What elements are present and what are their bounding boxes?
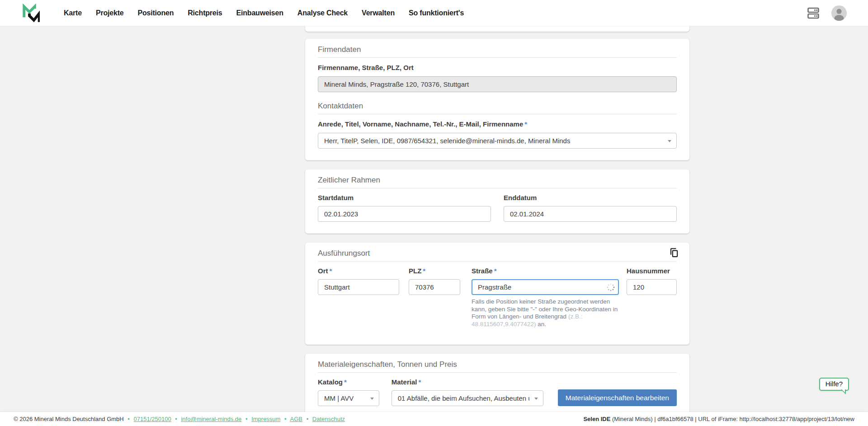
footer-link-email[interactable]: info@mineral-minds.de bbox=[181, 416, 241, 422]
section-title-kontaktdaten: Kontaktdaten bbox=[318, 92, 677, 111]
chevron-down-icon bbox=[668, 140, 671, 142]
company-summary-label: Firmenname, Straße, PLZ, Ort bbox=[318, 64, 677, 72]
copyright-text: © 2026 Mineral Minds Deutschland GmbH bbox=[14, 416, 124, 422]
nav-item-so-funktionierts[interactable]: So funktioniert's bbox=[409, 9, 464, 17]
nav-item-analyse-check[interactable]: Analyse Check bbox=[297, 9, 348, 17]
card-ausfuehrungsort: Ausführungsort Ort* PLZ* Straße* bbox=[305, 243, 689, 345]
plz-field-group: PLZ* bbox=[409, 267, 460, 295]
nav-item-karte[interactable]: Karte bbox=[64, 9, 82, 17]
footer-status-text: Selen IDE (Mineral Minds) | df6a1bf66578… bbox=[583, 416, 854, 422]
required-asterisk: * bbox=[344, 378, 347, 386]
plz-label: PLZ* bbox=[409, 267, 460, 275]
card-partial-above bbox=[305, 26, 689, 32]
footer-app-name: Selen IDE bbox=[583, 416, 610, 422]
footer-link-phone[interactable]: 07151/250100 bbox=[134, 416, 171, 422]
footer-separator: • bbox=[127, 416, 130, 422]
topbar-right bbox=[807, 5, 847, 21]
dns-icon bbox=[807, 6, 820, 20]
divider bbox=[318, 372, 677, 373]
copy-location-button[interactable] bbox=[668, 247, 679, 260]
footer-link-agb[interactable]: AGB bbox=[290, 416, 302, 422]
startdatum-label: Startdatum bbox=[318, 194, 491, 202]
ort-field-group: Ort* bbox=[318, 267, 399, 295]
divider bbox=[318, 57, 677, 58]
nav-item-projekte[interactable]: Projekte bbox=[96, 9, 124, 17]
main-nav: Karte Projekte Positionen Richtpreis Ein… bbox=[64, 9, 464, 17]
enddatum-input[interactable] bbox=[504, 206, 677, 222]
card-zeitlicher-rahmen: Zeitlicher Rahmen Startdatum Enddatum bbox=[305, 169, 689, 234]
strasse-field-group: Straße* Falls die Position keiner Straße… bbox=[472, 267, 619, 328]
section-title-materialeigenschaften: Materialeigenschaften, Tonnen und Preis bbox=[318, 354, 677, 370]
footer-left: © 2026 Mineral Minds Deutschland GmbH • … bbox=[14, 416, 345, 422]
divider bbox=[318, 188, 677, 188]
material-field-group: Material* 01 Abfälle, die beim Aufsuchen… bbox=[392, 378, 543, 406]
footer-separator: • bbox=[245, 416, 248, 422]
card-firmendaten: Firmendaten Firmenname, Straße, PLZ, Ort… bbox=[305, 39, 689, 160]
hausnummer-field-group: Hausnummer bbox=[627, 267, 677, 295]
strasse-hint-text: Falls die Position keiner Straße zugeord… bbox=[472, 298, 619, 328]
server-dns-button[interactable] bbox=[807, 6, 820, 20]
copy-icon bbox=[668, 247, 679, 259]
user-avatar-button[interactable] bbox=[831, 5, 847, 21]
material-select[interactable]: 01 Abfälle, die beim Aufsuchen, Ausbeute… bbox=[392, 390, 543, 406]
footer-link-datenschutz[interactable]: Datenschutz bbox=[312, 416, 345, 422]
nav-item-richtpreis[interactable]: Richtpreis bbox=[188, 9, 222, 17]
katalog-label: Katalog* bbox=[318, 378, 379, 386]
loading-spinner-icon bbox=[607, 283, 615, 291]
material-label: Material* bbox=[392, 378, 543, 386]
required-asterisk: * bbox=[423, 267, 425, 275]
required-asterisk: * bbox=[524, 120, 527, 128]
enddatum-field-group: Enddatum bbox=[504, 194, 677, 222]
section-title-firmendaten: Firmendaten bbox=[318, 39, 677, 55]
chevron-down-icon bbox=[370, 398, 374, 400]
strasse-label: Straße* bbox=[472, 267, 619, 275]
startdatum-field-group: Startdatum bbox=[318, 194, 491, 222]
footer-link-impressum[interactable]: Impressum bbox=[251, 416, 280, 422]
avatar-icon bbox=[831, 5, 847, 21]
ort-input[interactable] bbox=[318, 279, 399, 295]
enddatum-label: Enddatum bbox=[504, 194, 677, 202]
katalog-select[interactable]: MM | AVV bbox=[318, 390, 379, 406]
divider bbox=[318, 261, 677, 262]
required-asterisk: * bbox=[330, 267, 332, 275]
top-nav: Karte Projekte Positionen Richtpreis Ein… bbox=[0, 0, 868, 26]
ort-label: Ort* bbox=[318, 267, 399, 275]
footer-separator: • bbox=[175, 416, 177, 422]
chevron-down-icon bbox=[534, 398, 538, 400]
footer: © 2026 Mineral Minds Deutschland GmbH • … bbox=[0, 412, 868, 426]
hausnummer-label: Hausnummer bbox=[627, 267, 677, 275]
startdatum-input[interactable] bbox=[318, 206, 491, 222]
materialeigenschaften-bearbeiten-button[interactable]: Materialeigenschaften bearbeiten bbox=[558, 389, 677, 406]
footer-separator: • bbox=[284, 416, 287, 422]
nav-item-einbauweisen[interactable]: Einbauweisen bbox=[236, 9, 283, 17]
nav-item-positionen[interactable]: Positionen bbox=[137, 9, 174, 17]
plz-input[interactable] bbox=[409, 279, 460, 295]
contact-select[interactable]: Herr, TitelP, Selen, IDE, 0987/654321, s… bbox=[318, 133, 677, 149]
section-title-zeitlicher-rahmen: Zeitlicher Rahmen bbox=[318, 169, 677, 185]
required-asterisk: * bbox=[418, 378, 421, 386]
company-summary-field bbox=[318, 76, 677, 92]
strasse-input[interactable] bbox=[472, 279, 619, 295]
katalog-field-group: Katalog* MM | AVV bbox=[318, 378, 379, 406]
required-asterisk: * bbox=[494, 267, 497, 275]
divider bbox=[318, 114, 677, 114]
nav-item-verwalten[interactable]: Verwalten bbox=[362, 9, 395, 17]
help-button[interactable]: Hilfe? bbox=[819, 378, 849, 391]
section-title-ausfuehrungsort: Ausführungsort bbox=[318, 243, 677, 258]
footer-separator: • bbox=[307, 416, 309, 422]
hausnummer-input[interactable] bbox=[627, 279, 677, 295]
mineral-minds-logo[interactable] bbox=[21, 4, 40, 23]
contact-select-label: Anrede, Titel, Vorname, Nachname, Tel.-N… bbox=[318, 120, 677, 128]
